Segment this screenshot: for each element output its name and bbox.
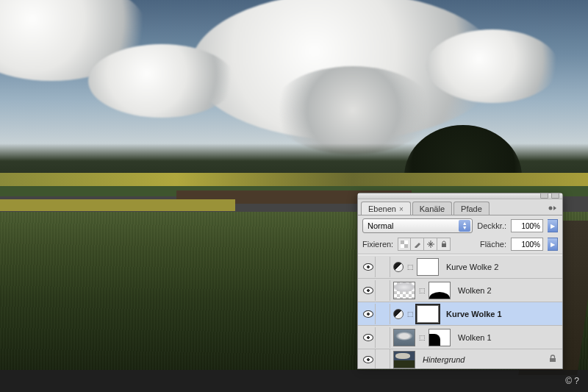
layer-mask-thumbnail[interactable] (429, 329, 451, 346)
mask-link-icon[interactable]: ⬚ (418, 287, 426, 294)
lock-buttons (398, 238, 451, 251)
layer-name[interactable]: Kurve Wolke 2 (442, 263, 559, 271)
link-column[interactable] (379, 304, 390, 324)
lock-fill-row: Fixieren: Fläche: 100% ▶ (358, 236, 562, 254)
eye-icon (363, 263, 373, 271)
svg-rect-5 (550, 358, 556, 362)
layer-name[interactable]: Wolken 1 (453, 333, 559, 342)
fill-field[interactable]: 100% (511, 238, 543, 251)
visibility-toggle[interactable] (361, 280, 376, 301)
layer-row[interactable]: ⬚ Kurve Wolke 2 (358, 255, 562, 279)
layer-name[interactable]: Kurve Wolke 1 (442, 310, 559, 318)
lock-position-button[interactable] (424, 238, 437, 251)
link-column[interactable] (379, 327, 390, 348)
mask-link-icon[interactable]: ⬚ (418, 334, 426, 341)
tab-label: Ebenen (368, 204, 396, 213)
svg-rect-3 (404, 244, 408, 248)
blend-opacity-row: Normal ▲▼ Deckkr.: 100% ▶ (358, 215, 562, 236)
layer-mask-thumbnail[interactable] (417, 258, 439, 276)
layer-thumbnail[interactable] (393, 329, 415, 346)
opacity-field[interactable]: 100% (511, 219, 543, 232)
curves-adjustment-icon (393, 309, 404, 319)
lock-all-button[interactable] (437, 238, 451, 251)
tab-paths[interactable]: Pfade (453, 202, 490, 215)
close-button[interactable] (551, 193, 559, 199)
svg-point-0 (549, 207, 553, 210)
updown-icon: ▲▼ (459, 220, 470, 232)
svg-rect-4 (442, 243, 446, 247)
layer-row[interactable]: Hintergrund (358, 349, 562, 368)
panel-titlebar[interactable] (358, 193, 562, 199)
tab-label: Pfade (461, 204, 482, 213)
eye-icon (363, 310, 373, 318)
opacity-flyout-button[interactable]: ▶ (548, 219, 558, 232)
visibility-toggle[interactable] (361, 257, 376, 277)
eye-icon (363, 287, 373, 294)
link-column[interactable] (379, 257, 390, 277)
layer-thumbnail[interactable] (393, 351, 415, 368)
tab-layers[interactable]: Ebenen× (361, 202, 411, 215)
curves-adjustment-icon (393, 262, 404, 272)
cloud (426, 29, 559, 103)
layer-list: ⬚ Kurve Wolke 2 ⬚ Wolken 2 ⬚ Kurve Wolke… (358, 254, 562, 368)
blend-mode-select[interactable]: Normal ▲▼ (362, 218, 473, 233)
lock-pixels-button[interactable] (411, 238, 424, 251)
layers-panel: Ebenen× Kanäle Pfade Normal ▲▼ Deckkr.: … (357, 193, 563, 369)
visibility-toggle[interactable] (361, 304, 376, 324)
minimize-button[interactable] (540, 193, 548, 199)
tab-channels[interactable]: Kanäle (412, 202, 452, 215)
fill-flyout-button[interactable]: ▶ (548, 238, 558, 251)
mask-link-icon[interactable]: ⬚ (406, 310, 414, 318)
layer-name[interactable]: Wolken 2 (453, 286, 559, 295)
svg-rect-2 (401, 240, 404, 244)
layer-row[interactable]: ⬚ Kurve Wolke 1 (358, 302, 562, 326)
link-column[interactable] (379, 349, 390, 369)
visibility-toggle[interactable] (361, 327, 376, 348)
lock-label: Fixieren: (362, 240, 393, 249)
visibility-toggle[interactable] (361, 349, 376, 369)
fill-label: Fläche: (480, 240, 506, 249)
panel-menu-button[interactable] (548, 204, 558, 213)
panel-tabs: Ebenen× Kanäle Pfade (358, 199, 562, 215)
footer-bar: © ? (0, 370, 588, 392)
layer-mask-thumbnail[interactable] (429, 282, 451, 299)
link-column[interactable] (379, 280, 390, 301)
layer-row[interactable]: ⬚ Wolken 1 (358, 326, 562, 349)
layer-row[interactable]: ⬚ Wolken 2 (358, 279, 562, 302)
eye-icon (363, 356, 373, 363)
cloud (272, 66, 434, 154)
layer-thumbnail[interactable] (393, 282, 415, 299)
blend-mode-value: Normal (368, 221, 393, 230)
layer-mask-thumbnail[interactable] (417, 305, 439, 323)
copyright-text: © ? (565, 376, 579, 386)
tab-label: Kanäle (420, 204, 445, 213)
opacity-label: Deckkr.: (477, 221, 506, 230)
lock-icon (549, 354, 559, 364)
eye-icon (363, 334, 373, 341)
mask-link-icon[interactable]: ⬚ (406, 263, 414, 271)
layer-name[interactable]: Hintergrund (418, 355, 546, 364)
cloud (88, 44, 235, 118)
lock-transparency-button[interactable] (398, 238, 411, 251)
close-icon[interactable]: × (399, 205, 404, 213)
